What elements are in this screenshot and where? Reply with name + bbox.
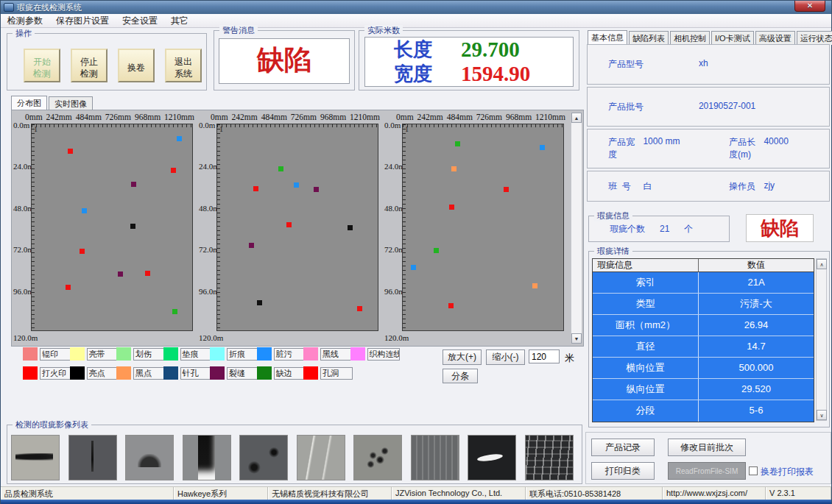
x-tick-label: 968mm — [320, 113, 346, 122]
modify-batch-button[interactable]: 修改目前批次 — [668, 439, 746, 456]
legend-swatch — [116, 366, 131, 380]
product-batch-value: 20190527-001 — [699, 101, 755, 113]
detail-row-横向位置[interactable]: 横向位置500.000 — [593, 358, 814, 379]
menu-item-保存图片设置[interactable]: 保存图片设置 — [49, 14, 116, 28]
detail-row-纵向位置[interactable]: 纵向位置29.520 — [593, 379, 814, 400]
defect-point[interactable] — [172, 309, 177, 314]
defect-point[interactable] — [449, 205, 454, 210]
defect-point[interactable] — [504, 187, 509, 192]
defect-point[interactable] — [145, 271, 150, 276]
tab-基本信息[interactable]: 基本信息 — [588, 30, 627, 44]
defect-point[interactable] — [314, 187, 319, 192]
detail-row-索引[interactable]: 索引21A — [593, 272, 814, 294]
tab-高级设置[interactable]: 高级设置 — [755, 31, 795, 45]
defect-point[interactable] — [177, 136, 182, 141]
detail-scroll-up-icon[interactable]: ∧ — [817, 259, 827, 269]
tab-运行状态信息[interactable]: 运行状态信息 — [797, 31, 832, 45]
defect-point[interactable] — [278, 166, 283, 171]
defect-point[interactable] — [80, 249, 85, 254]
defect-point[interactable] — [68, 149, 73, 154]
zoom-out-button[interactable]: 缩小(-) — [486, 349, 525, 365]
defect-thumbnail-7[interactable] — [353, 435, 402, 480]
meter-range-input[interactable] — [529, 349, 560, 363]
defect-point[interactable] — [294, 182, 299, 188]
y-tick-label: 96.0m — [384, 287, 402, 296]
defect-point[interactable] — [348, 225, 353, 230]
defect-point[interactable] — [434, 248, 439, 253]
x-tick-label: 242mm — [417, 113, 443, 122]
op-button-1[interactable]: 开始 检测 — [24, 49, 60, 82]
defect-thumbnail-8[interactable] — [411, 435, 459, 480]
defect-point[interactable] — [411, 265, 416, 270]
product-length-label: 产品长度(m) — [708, 136, 764, 161]
detail-table-header: 瑕疵信息 数值 — [593, 259, 814, 272]
menu-item-其它[interactable]: 其它 — [164, 14, 195, 28]
op-button-2[interactable]: 停止 检测 — [71, 49, 107, 82]
defect-thumbnail-2[interactable] — [68, 435, 117, 480]
defect-point[interactable] — [455, 141, 460, 146]
defect-point[interactable] — [249, 243, 254, 248]
defect-point[interactable] — [66, 285, 71, 290]
menu-item-安全设置[interactable]: 安全设置 — [116, 14, 164, 28]
detail-row-分段[interactable]: 分段5-6 — [593, 400, 814, 422]
legend-swatch — [70, 366, 85, 380]
y-tick-label: 72.0m — [384, 245, 402, 254]
defect-point[interactable] — [540, 145, 545, 150]
defect-thumbnail-5[interactable] — [239, 435, 288, 480]
status-segment-6: http://www.wxjzsj.com/ — [663, 487, 766, 500]
print-sort-button[interactable]: 打印归类 — [591, 462, 655, 480]
defect-point[interactable] — [82, 208, 87, 213]
title-bar[interactable]: 瑕疵在线检测系统 ✕ — [1, 1, 831, 14]
product-size-row: 产品宽度 1000 mm 产品长度(m) 40000 — [587, 129, 830, 168]
defect-point[interactable] — [118, 271, 123, 277]
detail-row-类型[interactable]: 类型污渍-大 — [593, 294, 814, 315]
tab-缺陷列表[interactable]: 缺陷列表 — [629, 31, 669, 45]
plot-corner-label: 1 — [34, 125, 38, 133]
menu-item-检测参数[interactable]: 检测参数 — [1, 14, 49, 28]
defect-thumbnail-6[interactable] — [297, 435, 345, 480]
report-checkbox-label: 换卷打印报表 — [761, 466, 814, 478]
y-tick-label: 120.0m — [13, 333, 31, 342]
op-button-4[interactable]: 退出 系统 — [165, 49, 202, 82]
length-label: 长度 — [365, 37, 461, 63]
op-button-3[interactable]: 换卷 — [118, 49, 155, 82]
defect-point[interactable] — [448, 303, 454, 308]
defect-point[interactable] — [451, 166, 456, 171]
defect-point[interactable] — [171, 168, 176, 173]
close-button[interactable]: ✕ — [794, 1, 825, 12]
tab-I/O卡测试[interactable]: I/O卡测试 — [711, 31, 754, 45]
defect-point[interactable] — [131, 182, 136, 187]
defect-point[interactable] — [286, 222, 292, 227]
detail-table-scrollbar[interactable]: ∧ ∨ — [816, 258, 827, 421]
detail-row-label: 类型 — [593, 294, 699, 314]
detail-row-直径[interactable]: 直径14.7 — [593, 336, 814, 358]
defect-thumbnail-10[interactable] — [525, 435, 574, 480]
scroll-down-icon[interactable]: ▼ — [571, 333, 582, 344]
detail-row-面积（mm2）[interactable]: 面积（mm2）26.94 — [593, 315, 814, 336]
product-record-button[interactable]: 产品记录 — [591, 439, 655, 456]
defect-point[interactable] — [532, 283, 537, 288]
tab-相机控制[interactable]: 相机控制 — [670, 31, 710, 45]
report-checkbox[interactable] — [749, 466, 758, 475]
defect-point[interactable] — [130, 224, 135, 229]
plot-area: 1 — [402, 124, 564, 331]
defect-point[interactable] — [357, 306, 362, 311]
scroll-up-icon[interactable]: ▲ — [571, 113, 582, 123]
detail-scroll-down-icon[interactable]: ∨ — [817, 410, 827, 420]
defect-thumbnail-4[interactable] — [183, 435, 231, 480]
defect-detail-table[interactable]: 瑕疵信息 数值 索引21A类型污渍-大面积（mm2）26.94直径14.7横向位… — [592, 258, 814, 422]
x-ticks — [403, 124, 563, 127]
defect-thumbnail-1[interactable] — [11, 435, 60, 480]
zoom-in-button[interactable]: 放大(+) — [443, 349, 482, 365]
operator-label: 操作员 — [708, 180, 764, 193]
tab-实时图像[interactable]: 实时图像 — [49, 96, 93, 110]
plot-vertical-scrollbar[interactable]: ▲ ▼ — [571, 112, 582, 344]
defect-point[interactable] — [253, 186, 258, 191]
defect-point[interactable] — [257, 300, 262, 305]
defect-thumbnail-9[interactable] — [468, 435, 516, 480]
x-tick-label: 242mm — [46, 113, 72, 122]
tab-分布图[interactable]: 分布图 — [11, 96, 47, 110]
legend-item-折痕: 折痕 — [210, 347, 259, 361]
defect-thumbnail-3[interactable] — [125, 435, 174, 480]
split-button[interactable]: 分条 — [443, 369, 478, 383]
